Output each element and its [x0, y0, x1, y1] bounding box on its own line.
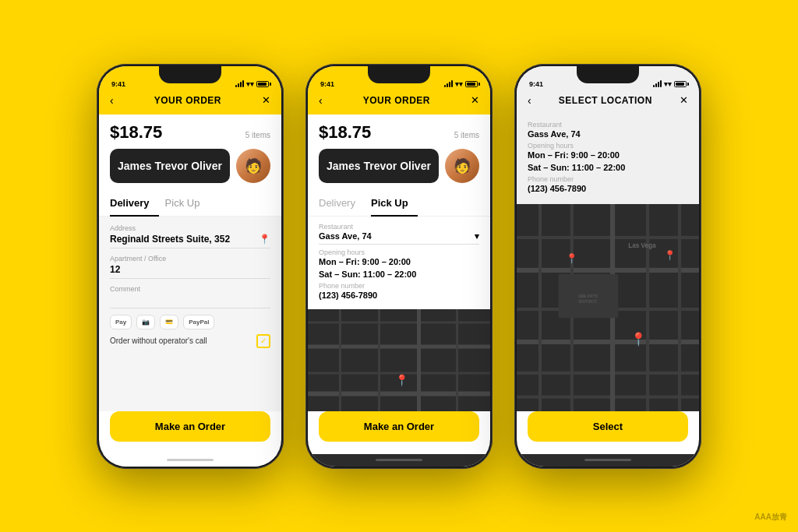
notch-1 — [159, 66, 221, 83]
svg-text:📍: 📍 — [630, 331, 647, 347]
tab-pickup-1[interactable]: Pick Up — [165, 191, 210, 217]
header-3: ‹ SELECT LOCATION ✕ — [517, 91, 699, 115]
comment-field: Comment — [110, 285, 270, 308]
order-button-2[interactable]: Make an Order — [319, 411, 479, 442]
svg-rect-16 — [517, 371, 699, 374]
hours-weekend-3: Sat – Sun: 11:00 – 22:00 — [528, 163, 688, 172]
svg-rect-21 — [646, 204, 649, 411]
apartment-value: 12 — [110, 264, 270, 279]
svg-text:DISTRICT: DISTRICT — [579, 298, 598, 303]
svg-rect-5 — [308, 410, 490, 411]
svg-rect-4 — [308, 391, 490, 396]
svg-rect-9 — [456, 309, 458, 411]
wifi-icon-1: ▾▾ — [246, 80, 254, 88]
payment-apple-pay[interactable]: Pay — [110, 315, 132, 329]
hours-weekend-2: Sat – Sun: 11:00 – 22:00 — [319, 270, 479, 279]
address-label: Address — [110, 224, 270, 232]
svg-text:📍: 📍 — [395, 373, 409, 386]
apartment-field: Apartment / Office 12 — [110, 255, 270, 279]
header-title-3: SELECT LOCATION — [559, 95, 652, 106]
tab-pickup-2[interactable]: Pick Up — [371, 191, 418, 217]
svg-text:1BB ARTS: 1BB ARTS — [578, 293, 598, 298]
battery-icon-3 — [674, 81, 687, 87]
order-summary-2: $18.75 5 items James Trevor Oliver 🧑 — [308, 115, 490, 191]
phone-label-2: Phone number — [319, 282, 479, 290]
restaurant-label-2: Restaurant — [319, 223, 479, 231]
order-price-1: $18.75 — [110, 122, 162, 143]
close-button-2[interactable]: ✕ — [471, 94, 479, 106]
no-call-label: Order without operator's call — [110, 336, 207, 345]
phone-1: 9:41 ▾▾ ‹ YOUR ORDER ✕ — [97, 64, 284, 469]
svg-rect-18 — [538, 204, 542, 411]
dropdown-icon-2: ▾ — [475, 231, 479, 241]
home-bar-3 — [517, 454, 699, 467]
avatar-image-2: 🧑 — [445, 149, 479, 183]
restaurant-info-2: Restaurant Gass Ave, 74 ▾ Opening hours … — [308, 217, 490, 309]
svg-rect-6 — [339, 309, 341, 411]
svg-rect-1 — [308, 321, 490, 323]
home-indicator-1 — [167, 459, 214, 461]
svg-text:Las Vega: Las Vega — [628, 242, 656, 249]
hours-block-3: Opening hours Mon – Fri: 9:00 – 20:00 Sa… — [528, 142, 688, 172]
tab-delivery-1[interactable]: Delivery — [110, 191, 159, 217]
location-info-3: Restaurant Gass Ave, 74 Opening hours Mo… — [517, 115, 699, 204]
header-title-1: YOUR ORDER — [154, 95, 221, 106]
user-row-2: James Trevor Oliver 🧑 — [319, 149, 479, 183]
svg-rect-8 — [417, 309, 421, 411]
back-button-3[interactable]: ‹ — [528, 94, 531, 107]
hours-label-3: Opening hours — [528, 142, 688, 150]
svg-rect-7 — [378, 309, 380, 411]
phone-value-2: (123) 456-7890 — [319, 291, 479, 300]
payment-card[interactable]: 💳 — [160, 315, 178, 329]
status-time-1: 9:41 — [111, 80, 125, 88]
wifi-icon-3: ▾▾ — [664, 80, 672, 88]
phone-value-3: (123) 456-7890 — [528, 184, 688, 193]
signal-icon-3 — [653, 80, 662, 87]
comment-label: Comment — [110, 285, 270, 293]
address-value: Reginald Streets Suite, 352 📍 — [110, 234, 270, 248]
svg-rect-22 — [678, 204, 681, 411]
avatar-image-1: 🧑 — [236, 149, 270, 183]
select-button-3[interactable]: Select — [528, 411, 688, 442]
tab-delivery-2[interactable]: Delivery — [319, 191, 365, 217]
signal-icon-2 — [444, 80, 453, 87]
notch-2 — [368, 66, 430, 83]
payment-camera[interactable]: 📷 — [136, 315, 155, 329]
order-items-1: 5 items — [245, 131, 270, 139]
close-button-3[interactable]: ✕ — [680, 94, 688, 106]
user-name-1: James Trevor Oliver — [110, 149, 230, 183]
home-indicator-3 — [584, 459, 631, 461]
back-button-2[interactable]: ‹ — [319, 94, 323, 107]
no-call-row: Order without operator's call ✓ — [110, 334, 270, 348]
no-call-checkbox[interactable]: ✓ — [256, 334, 270, 348]
payment-paypal[interactable]: PayPal — [183, 315, 214, 329]
restaurant-label-3: Restaurant — [528, 121, 688, 129]
status-icons-1: ▾▾ — [235, 80, 269, 88]
status-time-2: 9:41 — [320, 80, 334, 88]
home-bar-2 — [308, 454, 490, 467]
restaurant-value-3: Gass Ave, 74 — [528, 129, 688, 139]
hours-weekday-2: Mon – Fri: 9:00 – 20:00 — [319, 257, 479, 266]
status-icons-2: ▾▾ — [444, 80, 478, 88]
svg-rect-17 — [517, 395, 699, 398]
user-row-1: James Trevor Oliver 🧑 — [110, 149, 270, 183]
map-3: 1BB ARTS DISTRICT Las Vega 📍 📍 📍 — [517, 204, 699, 411]
phone-block-3: Phone number (123) 456-7890 — [528, 175, 688, 193]
home-indicator-2 — [376, 459, 422, 461]
back-button-1[interactable]: ‹ — [110, 94, 114, 107]
hours-label-2: Opening hours — [319, 248, 479, 256]
order-button-1[interactable]: Make an Order — [110, 411, 270, 442]
avatar-1: 🧑 — [236, 149, 270, 183]
wifi-icon-2: ▾▾ — [455, 80, 463, 88]
close-button-1[interactable]: ✕ — [262, 94, 270, 106]
phone-3: 9:41 ▾▾ ‹ SELECT LOCATION ✕ — [514, 64, 701, 469]
user-name-2: James Trevor Oliver — [319, 149, 439, 183]
header-1: ‹ YOUR ORDER ✕ — [99, 91, 281, 115]
comment-value — [110, 294, 270, 308]
phone-2: 9:41 ▾▾ ‹ YOUR ORDER ✕ — [305, 64, 493, 469]
restaurant-value-2[interactable]: Gass Ave, 74 ▾ — [319, 231, 479, 245]
form-1: Address Reginald Streets Suite, 352 📍 Ap… — [99, 217, 281, 411]
header-title-2: YOUR ORDER — [363, 95, 430, 106]
svg-rect-12 — [517, 235, 699, 238]
tabs-1: Delivery Pick Up — [99, 191, 281, 217]
